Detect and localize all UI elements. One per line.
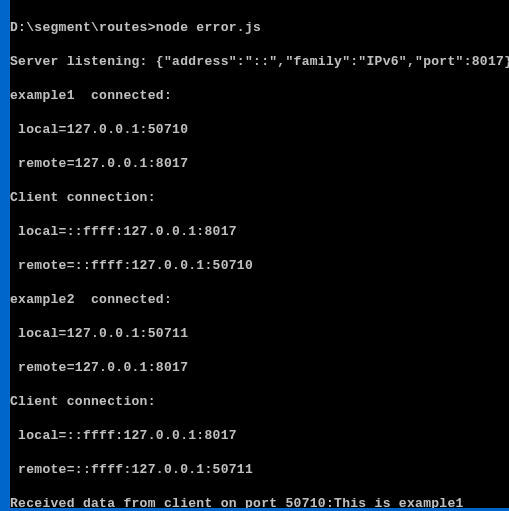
output-line: Client connection: [10, 189, 509, 206]
terminal-output[interactable]: D:\segment\routes>node error.js Server l… [10, 0, 509, 511]
output-line: local=::ffff:127.0.0.1:8017 [10, 223, 509, 240]
output-line: Server listening: {"address":"::","famil… [10, 53, 509, 70]
output-line: local=::ffff:127.0.0.1:8017 [10, 427, 509, 444]
output-line: remote=::ffff:127.0.0.1:50711 [10, 461, 509, 478]
output-line: remote=127.0.0.1:8017 [10, 155, 509, 172]
output-line: example1 connected: [10, 87, 509, 104]
command-line: D:\segment\routes>node error.js [10, 19, 509, 36]
prompt: D:\segment\routes> [10, 20, 156, 35]
output-line: remote=::ffff:127.0.0.1:50710 [10, 257, 509, 274]
output-line: local=127.0.0.1:50710 [10, 121, 509, 138]
output-line: local=127.0.0.1:50711 [10, 325, 509, 342]
command: node error.js [156, 20, 261, 35]
output-line: Client connection: [10, 393, 509, 410]
output-line: Received data from client on port 50710:… [10, 495, 509, 511]
output-line: example2 connected: [10, 291, 509, 308]
output-line: remote=127.0.0.1:8017 [10, 359, 509, 376]
